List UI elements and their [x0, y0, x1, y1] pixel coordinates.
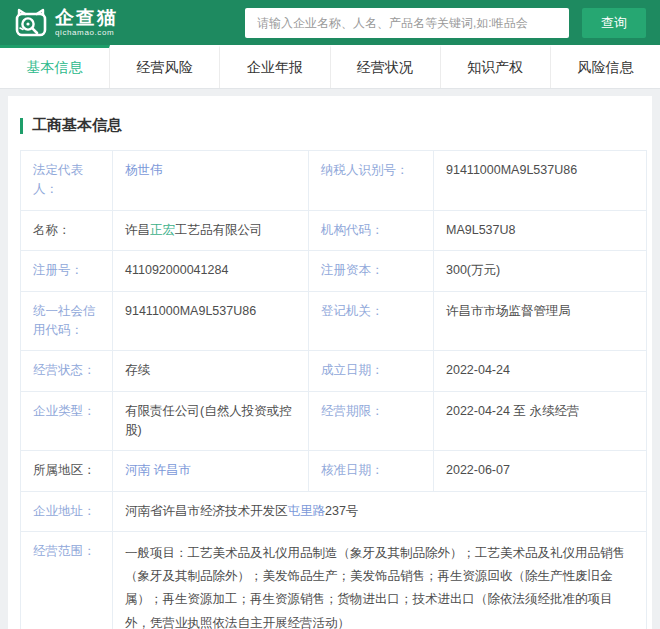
search-bar: 查询 [245, 8, 646, 38]
field-label: 机构代码： [309, 210, 434, 250]
nav-tab[interactable]: 基本信息 [0, 45, 110, 88]
table-row: 法定代表人：杨世伟纳税人识别号：91411000MA9L537U86 [21, 151, 647, 211]
field-value: 许昌正宏工艺品有限公司 [113, 210, 309, 250]
field-value: 300(万元) [434, 251, 647, 291]
keyword-highlight: 正宏 [150, 223, 175, 237]
section-header: 工商基本信息 [20, 116, 640, 135]
nav-tab[interactable]: 知识产权 [441, 45, 551, 88]
nav-tab[interactable]: 经营风险 [110, 45, 220, 88]
field-label: 注册资本： [309, 251, 434, 291]
value-text: 2022-06-07 [446, 463, 510, 477]
value-text: 工艺品有限公司 [175, 223, 263, 237]
table-row: 企业类型：有限责任公司(自然人投资或控股)经营期限：2022-04-24 至 永… [21, 391, 647, 451]
field-value: 河南省许昌市经济技术开发区屯里路237号 [113, 491, 647, 531]
field-value: 有限责任公司(自然人投资或控股) [113, 391, 309, 451]
field-label: 经营范围： [21, 532, 113, 629]
value-link[interactable]: 杨世伟 [125, 163, 163, 177]
field-label: 核准日期： [309, 451, 434, 491]
content-card: 工商基本信息 法定代表人：杨世伟纳税人识别号：91411000MA9L537U8… [8, 96, 652, 629]
section-accent-bar [20, 118, 23, 134]
value-link[interactable]: 河南 许昌市 [125, 463, 191, 477]
table-row: 名称：许昌正宏工艺品有限公司机构代码：MA9L537U8 [21, 210, 647, 250]
table-row: 经营范围：一般项目：工艺美术品及礼仪用品制造（象牙及其制品除外）；工艺美术品及礼… [21, 532, 647, 629]
field-value: 91411000MA9L537U86 [434, 151, 647, 211]
field-value: 一般项目：工艺美术品及礼仪用品制造（象牙及其制品除外）；工艺美术品及礼仪用品销售… [113, 532, 647, 629]
top-header: 企查猫 qichamao.com 查询 [0, 0, 660, 45]
field-value: 杨世伟 [113, 151, 309, 211]
nav-tab[interactable]: 风险信息 [551, 45, 660, 88]
table-row: 所属地区：河南 许昌市核准日期：2022-06-07 [21, 451, 647, 491]
info-table-body: 法定代表人：杨世伟纳税人识别号：91411000MA9L537U86名称：许昌正… [21, 151, 647, 629]
field-label: 企业地址： [21, 491, 113, 531]
field-value: 2022-04-24 至 永续经营 [434, 391, 647, 451]
field-label: 法定代表人： [21, 151, 113, 211]
value-text: 237号 [325, 504, 358, 518]
field-label: 名称： [21, 210, 113, 250]
value-text: 河南省许昌市经济技术开发区 [125, 504, 288, 518]
field-value: 91411000MA9L537U86 [113, 291, 309, 351]
field-label: 企业类型： [21, 391, 113, 451]
table-row: 经营状态：存续成立日期：2022-04-24 [21, 351, 647, 391]
field-label: 成立日期： [309, 351, 434, 391]
field-label: 登记机关： [309, 291, 434, 351]
value-text: 存续 [125, 363, 150, 377]
field-value: 2022-04-24 [434, 351, 647, 391]
brand-logo[interactable]: 企查猫 qichamao.com [14, 8, 118, 38]
field-value: 许昌市市场监督管理局 [434, 291, 647, 351]
field-value: 存续 [113, 351, 309, 391]
brand-domain: qichamao.com [55, 29, 118, 37]
value-text: 2022-04-24 [446, 363, 510, 377]
value-text: 许昌 [125, 223, 150, 237]
field-label: 经营状态： [21, 351, 113, 391]
value-text: 300(万元) [446, 263, 500, 277]
search-button[interactable]: 查询 [582, 8, 646, 38]
value-text: 有限责任公司(自然人投资或控股) [125, 404, 292, 437]
nav-tabs: 基本信息经营风险企业年报经营状况知识产权风险信息 [0, 45, 660, 89]
table-row: 企业地址：河南省许昌市经济技术开发区屯里路237号 [21, 491, 647, 531]
field-value: 2022-06-07 [434, 451, 647, 491]
value-link[interactable]: 屯里路 [288, 504, 326, 518]
field-value: MA9L537U8 [434, 210, 647, 250]
search-input[interactable] [245, 8, 569, 38]
table-row: 统一社会信用代码：91411000MA9L537U86登记机关：许昌市市场监督管… [21, 291, 647, 351]
field-value: 河南 许昌市 [113, 451, 309, 491]
field-label: 经营期限： [309, 391, 434, 451]
field-label: 注册号： [21, 251, 113, 291]
qichamao-cat-logo-icon [14, 8, 48, 38]
field-label: 纳税人识别号： [309, 151, 434, 211]
brand-name: 企查猫 [55, 8, 118, 27]
value-text: 许昌市市场监督管理局 [446, 304, 571, 318]
field-value: 411092000041284 [113, 251, 309, 291]
page-title: 工商基本信息 [32, 116, 122, 135]
value-text: 91411000MA9L537U86 [125, 304, 256, 318]
nav-tab[interactable]: 经营状况 [331, 45, 441, 88]
nav-tab[interactable]: 企业年报 [220, 45, 330, 88]
value-text: MA9L537U8 [446, 223, 516, 237]
value-text: 一般项目：工艺美术品及礼仪用品制造（象牙及其制品除外）；工艺美术品及礼仪用品销售… [125, 546, 625, 629]
value-text: 411092000041284 [125, 263, 228, 277]
table-row: 注册号：411092000041284注册资本：300(万元) [21, 251, 647, 291]
value-text: 2022-04-24 至 永续经营 [446, 404, 579, 418]
value-text: 91411000MA9L537U86 [446, 163, 577, 177]
info-table: 法定代表人：杨世伟纳税人识别号：91411000MA9L537U86名称：许昌正… [20, 150, 647, 629]
field-label: 所属地区： [21, 451, 113, 491]
field-label: 统一社会信用代码： [21, 291, 113, 351]
